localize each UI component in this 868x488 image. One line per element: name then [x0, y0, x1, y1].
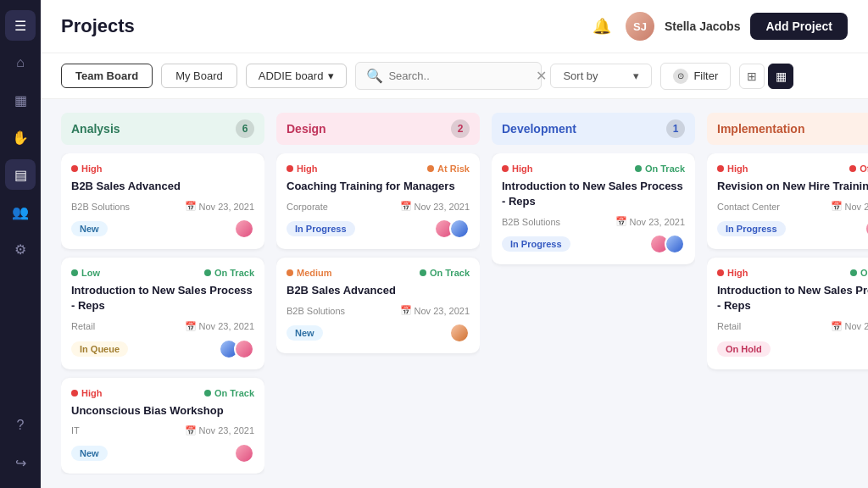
- avatar-stack: [865, 219, 868, 239]
- card-meta-row: LowOn Track: [71, 268, 254, 278]
- priority-dot: [287, 269, 293, 276]
- card-info-row: IT📅Nov 23, 2021: [71, 425, 254, 436]
- status-dot: [420, 269, 426, 276]
- search-input[interactable]: [388, 69, 531, 82]
- sidebar-icon-users[interactable]: 👥: [5, 197, 36, 227]
- header-right: 🔔 SJ Stella Jacobs Add Project: [588, 12, 848, 41]
- status-dot: [849, 165, 856, 172]
- avatar-stack: [434, 219, 470, 239]
- sort-arrow-icon: ▾: [633, 69, 639, 82]
- card-title: Revision on New Hire Training: [717, 179, 868, 194]
- card-priority: High: [717, 268, 748, 278]
- card[interactable]: HighAt RiskCoaching Training for Manager…: [276, 153, 480, 249]
- priority-dot: [717, 269, 724, 276]
- status-label: On Track: [860, 268, 868, 278]
- card-title: Introduction to New Sales Process - Reps: [502, 179, 685, 209]
- card-title: B2B Sales Advanced: [287, 283, 470, 298]
- column-badge: 6: [236, 119, 254, 138]
- card[interactable]: HighOn TrackUnconscious Bias WorkshopIT📅…: [61, 378, 264, 474]
- calendar-icon: 📅: [615, 216, 627, 227]
- notification-icon[interactable]: 🔔: [588, 13, 615, 40]
- header: Projects 🔔 SJ Stella Jacobs Add Project: [41, 0, 868, 53]
- card-info-row: Contact Center📅Nov 23, 2021: [717, 201, 868, 212]
- card-footer: In Progress: [287, 219, 470, 239]
- status-dot: [850, 269, 857, 276]
- priority-dot: [717, 165, 724, 172]
- list-view-button[interactable]: ▦: [768, 64, 793, 89]
- sidebar-icon-menu[interactable]: ☰: [5, 10, 36, 41]
- card[interactable]: HighOff TrackRevision on New Hire Traini…: [707, 153, 868, 249]
- status-label: On Track: [430, 268, 470, 278]
- card-org: IT: [71, 425, 80, 435]
- sort-dropdown[interactable]: Sort by ▾: [550, 64, 652, 88]
- calendar-icon: 📅: [185, 321, 197, 332]
- card-org: Contact Center: [717, 202, 780, 212]
- card-org: B2B Solutions: [71, 202, 130, 212]
- cards-area-development: HighOn TrackIntroduction to New Sales Pr…: [492, 153, 695, 474]
- filter-button[interactable]: ⊙ Filter: [660, 63, 731, 90]
- column-design: Design2HighAt RiskCoaching Training for …: [276, 113, 480, 474]
- avatar-stack: [649, 234, 685, 254]
- priority-dot: [71, 390, 78, 396]
- sidebar-icon-logout[interactable]: ↪: [5, 447, 36, 478]
- card[interactable]: MediumOn TrackB2B Sales AdvancedB2B Solu…: [276, 258, 480, 353]
- status-dot: [427, 165, 434, 172]
- card-footer: In Queue: [71, 339, 254, 359]
- sidebar-icon-help[interactable]: ?: [5, 410, 36, 441]
- card-date: 📅Nov 23, 2021: [185, 321, 254, 332]
- card-meta-row: HighOn Track: [71, 388, 254, 398]
- page-title: Projects: [61, 15, 135, 37]
- priority-label: High: [297, 164, 317, 174]
- status-dot: [635, 165, 642, 172]
- card-title: Introduction to New Sales Process - Reps: [71, 283, 254, 313]
- status-label: On Track: [645, 164, 685, 174]
- column-badge: 2: [451, 119, 470, 138]
- status-pill: New: [71, 221, 108, 236]
- cards-area-design: HighAt RiskCoaching Training for Manager…: [276, 153, 480, 474]
- search-icon: 🔍: [366, 68, 383, 84]
- clear-search-icon[interactable]: ✕: [536, 68, 547, 84]
- card[interactable]: HighOn TrackIntroduction to New Sales Pr…: [707, 258, 868, 369]
- tab-team-board[interactable]: Team Board: [61, 64, 153, 88]
- card-info-row: B2B Solutions📅Nov 23, 2021: [287, 305, 470, 316]
- sidebar-icon-chart[interactable]: ▦: [5, 85, 36, 115]
- card-title: Introduction to New Sales Process - Reps: [717, 283, 868, 313]
- addie-board-dropdown[interactable]: ADDIE board ▾: [246, 64, 348, 88]
- status-pill: In Progress: [717, 221, 786, 236]
- avatar: SJ: [626, 12, 654, 41]
- priority-dot: [71, 269, 78, 276]
- grid-view-button[interactable]: ⊞: [739, 64, 765, 89]
- card-org: Retail: [717, 321, 741, 331]
- card-date: 📅Nov 23, 2021: [831, 201, 868, 212]
- search-bar[interactable]: 🔍 ✕: [355, 62, 542, 90]
- cards-area-implementation: HighOff TrackRevision on New Hire Traini…: [707, 153, 868, 474]
- status-pill: New: [287, 325, 323, 341]
- avatar: [449, 323, 470, 343]
- filter-circle-icon: ⊙: [673, 69, 688, 84]
- card-meta-row: HighOn Track: [717, 268, 868, 278]
- priority-label: High: [81, 388, 102, 398]
- status-label: On Track: [214, 388, 254, 398]
- column-title: Analysis: [71, 122, 120, 136]
- card-meta-row: HighOn Track: [502, 164, 685, 174]
- card[interactable]: HighB2B Sales AdvancedB2B Solutions📅Nov …: [61, 153, 264, 249]
- status-pill: In Queue: [71, 341, 128, 357]
- sidebar-icon-settings[interactable]: ⚙: [5, 234, 36, 264]
- card[interactable]: LowOn TrackIntroduction to New Sales Pro…: [61, 258, 264, 369]
- main-content: Projects 🔔 SJ Stella Jacobs Add Project …: [41, 0, 868, 488]
- column-header-implementation: Implementation2: [707, 113, 868, 145]
- card-org: Corporate: [287, 202, 328, 212]
- avatar: [234, 339, 254, 359]
- sidebar-icon-home[interactable]: ⌂: [5, 47, 36, 78]
- card[interactable]: HighOn TrackIntroduction to New Sales Pr…: [492, 153, 695, 264]
- sort-label: Sort by: [563, 69, 598, 82]
- card-title: Unconscious Bias Workshop: [71, 403, 254, 419]
- add-project-button[interactable]: Add Project: [750, 13, 848, 40]
- card-footer: New: [71, 443, 254, 463]
- tab-my-board[interactable]: My Board: [161, 64, 237, 88]
- card-status: At Risk: [427, 164, 470, 174]
- card-date: 📅Nov 23, 2021: [615, 216, 685, 227]
- sidebar-icon-board[interactable]: ▤: [5, 159, 36, 190]
- sidebar-icon-hand[interactable]: ✋: [5, 122, 36, 152]
- priority-label: High: [81, 164, 102, 174]
